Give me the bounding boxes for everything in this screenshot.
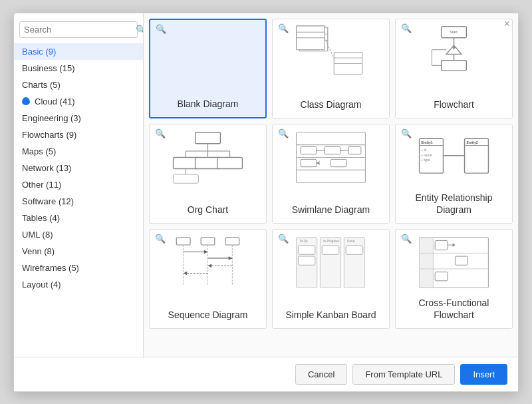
close-button[interactable]: × xyxy=(504,19,510,29)
svg-rect-26 xyxy=(174,158,199,169)
search-input[interactable] xyxy=(24,25,136,35)
card-label: Swimlane Diagram xyxy=(273,198,389,222)
svg-text:+ id: + id xyxy=(421,148,426,152)
svg-rect-71 xyxy=(298,256,315,265)
svg-rect-78 xyxy=(420,238,434,288)
card-label: Org Chart xyxy=(150,198,266,222)
template-card-6[interactable]: 🔍 Sequence Diagram xyxy=(149,229,267,329)
svg-marker-62 xyxy=(229,256,233,260)
sidebar-item-label: Venn (8) xyxy=(22,246,55,256)
sidebar-item-14[interactable]: Layout (4) xyxy=(14,276,143,293)
svg-rect-37 xyxy=(325,146,340,154)
cloud-icon xyxy=(22,97,30,105)
svg-marker-60 xyxy=(204,250,208,254)
card-preview: Entity1 Entity2 + id + name + type xyxy=(396,124,512,191)
card-preview xyxy=(150,230,266,296)
svg-rect-81 xyxy=(435,240,448,250)
card-label: Cross-Functional Flowchart xyxy=(396,292,512,327)
sidebar-item-label: Maps (5) xyxy=(22,146,56,156)
template-card-4[interactable]: 🔍 Swimlane Diagram xyxy=(272,124,390,224)
sidebar-item-label: Wireframes (5) xyxy=(22,263,79,273)
card-preview xyxy=(273,19,389,86)
sidebar-item-5[interactable]: Flowcharts (9) xyxy=(14,126,143,143)
svg-rect-35 xyxy=(301,146,317,154)
card-preview xyxy=(273,124,389,191)
dialog: × 🔍 Basic (9)Business (15)Charts (5)Clou… xyxy=(13,13,519,392)
template-card-5[interactable]: 🔍 Entity1 Entity2 + id + name + type Ent… xyxy=(395,124,513,224)
sidebar: 🔍 Basic (9)Business (15)Charts (5)Cloud … xyxy=(14,13,144,357)
svg-rect-72 xyxy=(322,246,339,254)
svg-marker-64 xyxy=(208,264,212,268)
svg-rect-14 xyxy=(442,61,467,71)
svg-rect-28 xyxy=(217,158,243,169)
card-label: Flowchart xyxy=(396,93,512,117)
svg-text:Entity1: Entity1 xyxy=(421,140,432,144)
svg-text:Done: Done xyxy=(347,240,355,243)
svg-rect-70 xyxy=(298,246,315,254)
svg-rect-73 xyxy=(346,246,363,254)
sidebar-item-label: Flowcharts (9) xyxy=(22,130,76,140)
svg-rect-54 xyxy=(201,238,215,245)
sidebar-item-label: Tables (4) xyxy=(22,213,60,223)
sidebar-item-3[interactable]: Cloud (41) xyxy=(14,93,143,110)
template-grid: 🔍Blank Diagram🔍 Class Diagram🔍 xyxy=(149,19,513,329)
svg-rect-42 xyxy=(331,159,347,166)
svg-rect-30 xyxy=(174,174,199,183)
template-card-3[interactable]: 🔍 Org Chart xyxy=(149,124,267,224)
sidebar-item-12[interactable]: Venn (8) xyxy=(14,243,143,260)
svg-rect-55 xyxy=(225,238,239,245)
sidebar-item-0[interactable]: Basic (9) xyxy=(14,43,143,60)
sidebar-item-4[interactable]: Engineering (3) xyxy=(14,110,143,126)
svg-text:+ type: + type xyxy=(421,158,430,162)
sidebar-item-10[interactable]: Tables (4) xyxy=(14,210,143,226)
svg-rect-39 xyxy=(348,146,361,154)
sidebar-item-label: Layout (4) xyxy=(22,280,61,290)
svg-text:To Do: To Do xyxy=(299,240,308,243)
sidebar-item-13[interactable]: Wireframes (5) xyxy=(14,260,143,276)
template-card-8[interactable]: 🔍 Cross-Functional Flowchart xyxy=(395,229,513,329)
svg-rect-85 xyxy=(435,272,448,281)
card-preview xyxy=(150,20,265,87)
sidebar-item-6[interactable]: Maps (5) xyxy=(14,143,143,160)
sidebar-item-label: Charts (5) xyxy=(22,80,61,90)
svg-rect-40 xyxy=(301,159,317,166)
sidebar-item-label: Network (13) xyxy=(22,163,71,173)
from-template-url-button[interactable]: From Template URL xyxy=(352,364,455,385)
svg-rect-20 xyxy=(196,132,221,144)
svg-text:In Progress: In Progress xyxy=(323,240,340,243)
cancel-button[interactable]: Cancel xyxy=(295,364,347,385)
card-label: Sequence Diagram xyxy=(150,303,266,327)
card-preview: To Do In Progress Done xyxy=(273,230,389,296)
dialog-overlay: × 🔍 Basic (9)Business (15)Charts (5)Clou… xyxy=(0,0,532,404)
sidebar-item-label: Other (11) xyxy=(22,180,61,190)
sidebar-item-2[interactable]: Charts (5) xyxy=(14,77,143,93)
template-card-1[interactable]: 🔍 Class Diagram xyxy=(272,19,390,118)
card-preview xyxy=(396,230,512,296)
sidebar-items-container: Basic (9)Business (15)Charts (5)Cloud (4… xyxy=(14,43,143,293)
search-box[interactable]: 🔍 xyxy=(19,21,138,38)
template-card-2[interactable]: 🔍 Start Flowchart xyxy=(395,19,513,118)
card-label: Entity Relationship Diagram xyxy=(396,186,512,222)
template-card-7[interactable]: 🔍 To Do In Progress Done Simple Kanban B… xyxy=(272,229,390,329)
insert-button[interactable]: Insert xyxy=(460,364,507,385)
svg-rect-27 xyxy=(196,158,221,169)
svg-marker-66 xyxy=(184,272,188,276)
svg-rect-53 xyxy=(176,238,190,245)
sidebar-item-label: Cloud (41) xyxy=(35,97,75,106)
sidebar-item-label: Business (15) xyxy=(22,63,74,73)
template-card-0[interactable]: 🔍Blank Diagram xyxy=(149,19,267,118)
svg-text:Entity2: Entity2 xyxy=(466,140,477,144)
card-preview xyxy=(150,124,266,191)
dialog-body: 🔍 Basic (9)Business (15)Charts (5)Cloud … xyxy=(14,13,518,357)
sidebar-item-8[interactable]: Other (11) xyxy=(14,176,143,193)
sidebar-item-label: UML (8) xyxy=(22,230,53,240)
card-label: Class Diagram xyxy=(273,93,389,117)
sidebar-item-7[interactable]: Network (13) xyxy=(14,160,143,176)
svg-text:Start: Start xyxy=(450,30,458,34)
svg-rect-69 xyxy=(344,238,364,288)
sidebar-item-9[interactable]: Software (12) xyxy=(14,193,143,210)
search-icon: 🔍 xyxy=(136,25,144,35)
svg-rect-84 xyxy=(455,256,467,265)
sidebar-item-11[interactable]: UML (8) xyxy=(14,226,143,243)
sidebar-item-1[interactable]: Business (15) xyxy=(14,60,143,77)
